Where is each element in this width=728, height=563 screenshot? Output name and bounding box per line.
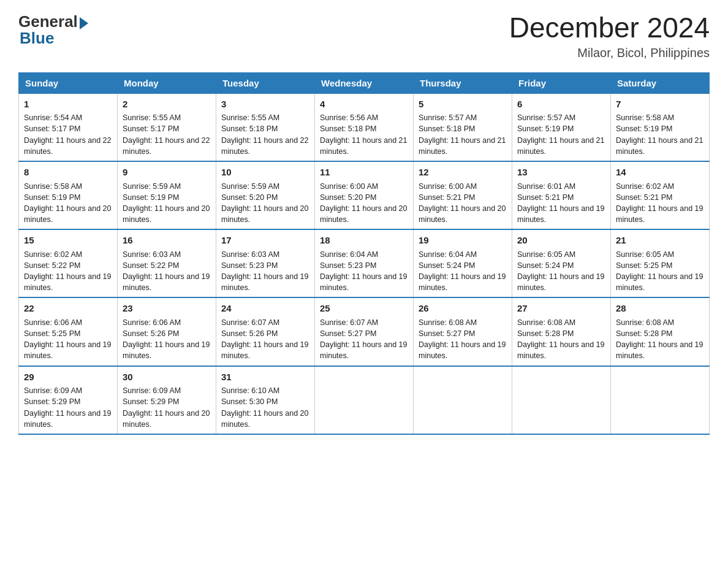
calendar-cell: 13Sunrise: 6:01 AMSunset: 5:21 PMDayligh… [512,161,611,229]
calendar-cell: 9Sunrise: 5:59 AMSunset: 5:19 PMDaylight… [118,161,216,229]
day-number: 18 [320,234,408,247]
day-number: 12 [419,166,507,179]
day-number: 21 [616,234,704,247]
col-tuesday: Tuesday [216,72,315,93]
calendar-cell: 2Sunrise: 5:55 AMSunset: 5:17 PMDaylight… [118,93,216,161]
col-thursday: Thursday [414,72,512,93]
logo: General Blue [18,12,88,48]
calendar-cell: 15Sunrise: 6:02 AMSunset: 5:22 PMDayligh… [19,229,118,297]
calendar-week-1: 1Sunrise: 5:54 AMSunset: 5:17 PMDaylight… [19,93,710,161]
day-number: 17 [221,234,309,247]
calendar-cell: 22Sunrise: 6:06 AMSunset: 5:25 PMDayligh… [19,297,118,366]
day-number: 22 [24,302,112,315]
day-number: 28 [616,302,704,315]
calendar-cell: 12Sunrise: 6:00 AMSunset: 5:21 PMDayligh… [414,161,512,229]
day-number: 11 [320,166,408,179]
calendar-cell: 19Sunrise: 6:04 AMSunset: 5:24 PMDayligh… [414,229,512,297]
day-number: 2 [123,98,211,111]
calendar-cell: 5Sunrise: 5:57 AMSunset: 5:18 PMDaylight… [414,93,512,161]
calendar-cell: 25Sunrise: 6:07 AMSunset: 5:27 PMDayligh… [315,297,414,366]
day-number: 6 [517,98,605,111]
calendar-cell: 27Sunrise: 6:08 AMSunset: 5:28 PMDayligh… [512,297,611,366]
day-number: 13 [517,166,605,179]
col-friday: Friday [512,72,611,93]
calendar-cell: 3Sunrise: 5:55 AMSunset: 5:18 PMDaylight… [216,93,315,161]
day-number: 9 [123,166,211,179]
calendar-cell: 28Sunrise: 6:08 AMSunset: 5:28 PMDayligh… [611,297,710,366]
day-number: 23 [123,302,211,315]
header-row: Sunday Monday Tuesday Wednesday Thursday… [19,72,710,93]
day-number: 30 [123,370,211,384]
calendar-cell: 14Sunrise: 6:02 AMSunset: 5:21 PMDayligh… [611,161,710,229]
calendar-cell: 30Sunrise: 6:09 AMSunset: 5:29 PMDayligh… [118,366,216,434]
col-sunday: Sunday [19,72,118,93]
day-number: 24 [221,302,309,315]
day-number: 3 [221,98,309,111]
day-number: 26 [419,302,507,315]
calendar-week-2: 8Sunrise: 5:58 AMSunset: 5:19 PMDaylight… [19,161,710,229]
day-number: 7 [616,98,704,111]
calendar-week-4: 22Sunrise: 6:06 AMSunset: 5:25 PMDayligh… [19,297,710,366]
calendar-cell: 1Sunrise: 5:54 AMSunset: 5:17 PMDaylight… [19,93,118,161]
day-number: 14 [616,166,704,179]
day-number: 1 [24,98,112,111]
logo-blue-text: Blue [20,29,54,48]
calendar-cell: 24Sunrise: 6:07 AMSunset: 5:26 PMDayligh… [216,297,315,366]
day-number: 29 [24,370,112,384]
calendar-cell: 23Sunrise: 6:06 AMSunset: 5:26 PMDayligh… [118,297,216,366]
col-monday: Monday [118,72,216,93]
day-number: 8 [24,166,112,179]
day-number: 4 [320,98,408,111]
calendar-cell: 17Sunrise: 6:03 AMSunset: 5:23 PMDayligh… [216,229,315,297]
page-header: General Blue December 2024 Milaor, Bicol… [18,12,710,60]
calendar-cell: 31Sunrise: 6:10 AMSunset: 5:30 PMDayligh… [216,366,315,434]
day-number: 16 [123,234,211,247]
day-number: 10 [221,166,309,179]
day-number: 5 [419,98,507,111]
calendar-cell: 10Sunrise: 5:59 AMSunset: 5:20 PMDayligh… [216,161,315,229]
day-number: 25 [320,302,408,315]
calendar-week-3: 15Sunrise: 6:02 AMSunset: 5:22 PMDayligh… [19,229,710,297]
day-number: 27 [517,302,605,315]
calendar-cell: 26Sunrise: 6:08 AMSunset: 5:27 PMDayligh… [414,297,512,366]
calendar-table: Sunday Monday Tuesday Wednesday Thursday… [18,72,710,435]
month-year-title: December 2024 [509,12,710,44]
calendar-cell [315,366,414,434]
calendar-cell: 20Sunrise: 6:05 AMSunset: 5:24 PMDayligh… [512,229,611,297]
location-subtitle: Milaor, Bicol, Philippines [509,46,710,60]
calendar-week-5: 29Sunrise: 6:09 AMSunset: 5:29 PMDayligh… [19,366,710,434]
day-number: 20 [517,234,605,247]
calendar-cell [512,366,611,434]
calendar-cell: 6Sunrise: 5:57 AMSunset: 5:19 PMDaylight… [512,93,611,161]
calendar-body: 1Sunrise: 5:54 AMSunset: 5:17 PMDaylight… [19,93,710,434]
calendar-cell: 4Sunrise: 5:56 AMSunset: 5:18 PMDaylight… [315,93,414,161]
calendar-cell: 21Sunrise: 6:05 AMSunset: 5:25 PMDayligh… [611,229,710,297]
calendar-cell: 7Sunrise: 5:58 AMSunset: 5:19 PMDaylight… [611,93,710,161]
calendar-cell: 8Sunrise: 5:58 AMSunset: 5:19 PMDaylight… [19,161,118,229]
day-number: 19 [419,234,507,247]
calendar-header: Sunday Monday Tuesday Wednesday Thursday… [19,72,710,93]
col-wednesday: Wednesday [315,72,414,93]
logo-arrow-icon [80,17,88,29]
calendar-cell: 16Sunrise: 6:03 AMSunset: 5:22 PMDayligh… [118,229,216,297]
calendar-cell [611,366,710,434]
col-saturday: Saturday [611,72,710,93]
calendar-cell: 18Sunrise: 6:04 AMSunset: 5:23 PMDayligh… [315,229,414,297]
day-number: 15 [24,234,112,247]
calendar-cell [414,366,512,434]
calendar-cell: 29Sunrise: 6:09 AMSunset: 5:29 PMDayligh… [19,366,118,434]
calendar-cell: 11Sunrise: 6:00 AMSunset: 5:20 PMDayligh… [315,161,414,229]
day-number: 31 [221,370,309,384]
title-block: December 2024 Milaor, Bicol, Philippines [509,12,710,60]
